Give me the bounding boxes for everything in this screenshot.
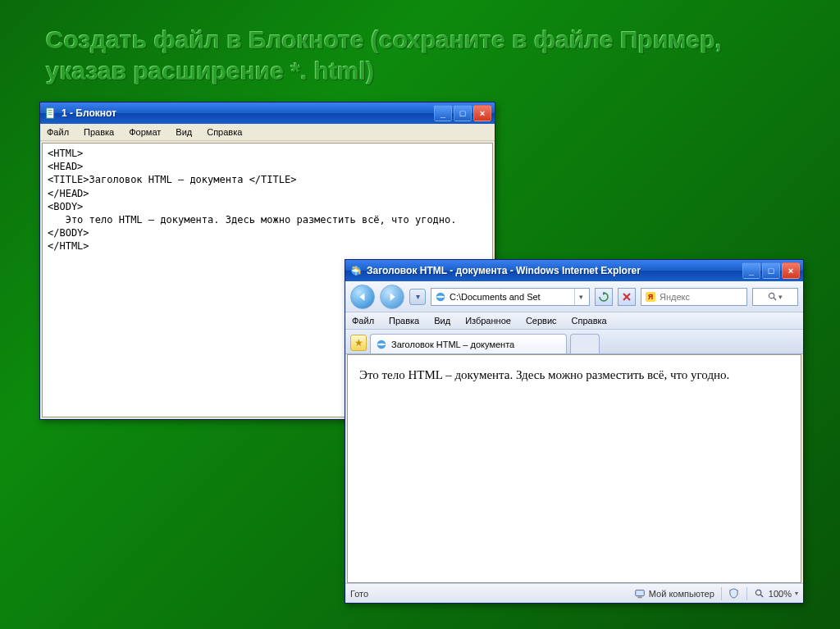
notepad-title-text: 1 - Блокнот xyxy=(62,107,429,119)
yandex-icon: Я xyxy=(645,291,656,303)
status-ready: Гото xyxy=(350,589,368,599)
slide-title: Создать файл в Блокноте (сохраните в фай… xyxy=(46,25,807,86)
ie-menubar: Файл Правка Вид Избранное Сервис Справка xyxy=(345,312,803,330)
back-button[interactable] xyxy=(350,285,375,309)
menu-help[interactable]: Справка xyxy=(570,314,609,327)
status-zone[interactable]: Мой компьютер xyxy=(634,588,714,599)
computer-icon xyxy=(634,588,646,599)
menu-tools[interactable]: Сервис xyxy=(524,314,559,327)
notepad-menubar: Файл Правка Формат Вид Справка xyxy=(40,124,495,141)
ie-icon xyxy=(350,265,362,276)
ie-titlebar[interactable]: Заголовок HTML - документа - Windows Int… xyxy=(345,260,803,281)
ie-tab-strip: ★ Заголовок HTML – документа xyxy=(345,330,803,354)
menu-edit[interactable]: Правка xyxy=(82,125,116,139)
notepad-text-content[interactable]: <HTML> <HEAD> <TITLE>Заголовок HTML – до… xyxy=(43,144,492,257)
close-button[interactable]: × xyxy=(473,105,491,121)
forward-button[interactable] xyxy=(380,285,404,309)
menu-view[interactable]: Вид xyxy=(174,125,194,139)
zoom-icon xyxy=(754,588,765,599)
ie-tab-active[interactable]: Заголовок HTML – документа xyxy=(370,334,567,353)
protected-mode-icon[interactable] xyxy=(728,588,740,599)
maximize-button[interactable]: □ xyxy=(762,262,780,279)
ie-statusbar: Гото Мой компьютер 100% ▾ xyxy=(345,583,803,603)
svg-rect-15 xyxy=(637,596,641,598)
ie-window: Заголовок HTML - документа - Windows Int… xyxy=(345,259,804,604)
ie-body-text: Это тело HTML – документа. Здесь можно р… xyxy=(359,368,729,381)
zoom-control[interactable]: 100% ▾ xyxy=(754,588,798,599)
ie-nav-toolbar: ▾ ▾ Я Яндекс ▾ xyxy=(345,281,803,312)
notepad-icon xyxy=(45,107,57,119)
svg-rect-14 xyxy=(636,590,645,595)
search-box[interactable]: Я Яндекс xyxy=(641,288,747,306)
menu-file[interactable]: Файл xyxy=(350,314,376,327)
menu-format[interactable]: Формат xyxy=(127,125,162,139)
search-provider-dropdown[interactable]: ▾ xyxy=(752,288,798,306)
minimize-button[interactable]: _ xyxy=(742,262,760,279)
search-placeholder: Яндекс xyxy=(660,292,690,302)
refresh-button[interactable] xyxy=(595,288,613,306)
address-dropdown[interactable]: ▾ xyxy=(574,289,587,305)
page-icon xyxy=(376,339,387,350)
minimize-button[interactable]: _ xyxy=(434,105,452,121)
ie-title-text: Заголовок HTML - документа - Windows Int… xyxy=(367,265,737,276)
menu-favorites[interactable]: Избранное xyxy=(463,314,513,327)
menu-file[interactable]: Файл xyxy=(45,125,71,139)
menu-view[interactable]: Вид xyxy=(432,314,452,327)
stop-button[interactable] xyxy=(618,288,636,306)
svg-line-12 xyxy=(774,298,776,300)
favorites-star-button[interactable]: ★ xyxy=(350,335,367,351)
menu-edit[interactable]: Правка xyxy=(387,314,421,327)
svg-point-16 xyxy=(756,590,761,595)
maximize-button[interactable]: □ xyxy=(454,105,472,121)
menu-help[interactable]: Справка xyxy=(205,125,244,139)
ie-tab-label: Заголовок HTML – документа xyxy=(391,340,514,349)
close-button[interactable]: × xyxy=(782,262,800,279)
svg-text:Я: Я xyxy=(648,293,653,301)
notepad-titlebar[interactable]: 1 - Блокнот _ □ × xyxy=(40,103,495,124)
recent-pages-dropdown[interactable]: ▾ xyxy=(409,289,426,305)
address-bar[interactable]: ▾ xyxy=(431,288,590,306)
zoom-value: 100% xyxy=(769,589,792,599)
svg-line-17 xyxy=(761,595,764,597)
zoom-dropdown-icon[interactable]: ▾ xyxy=(795,590,798,597)
svg-rect-0 xyxy=(47,108,54,118)
status-zone-label: Мой компьютер xyxy=(649,589,714,599)
ie-new-tab-button[interactable] xyxy=(570,334,600,353)
ie-page-content: Это тело HTML – документа. Здесь можно р… xyxy=(347,354,801,583)
svg-point-11 xyxy=(769,293,774,298)
page-icon xyxy=(435,291,446,303)
address-input[interactable] xyxy=(450,292,574,302)
